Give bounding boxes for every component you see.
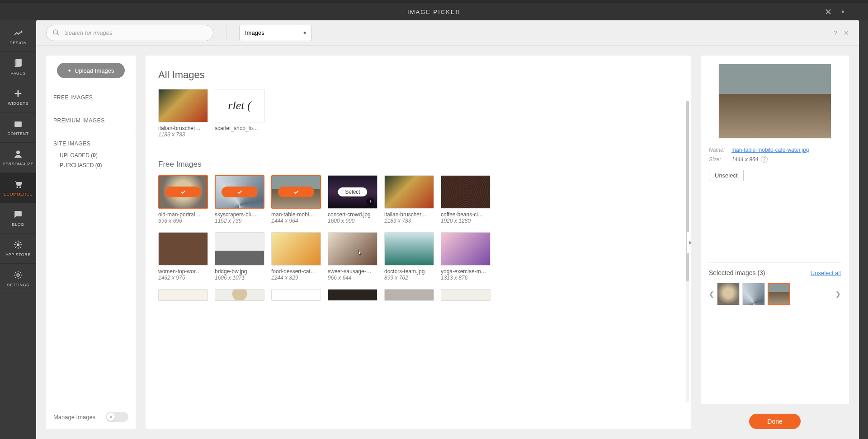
image-name: bridge-bw.jpg <box>215 268 264 275</box>
image-name: scarlet_shop_lo… <box>215 125 264 131</box>
modal-expand-icon[interactable]: ▼ <box>840 3 845 20</box>
free-images-heading: Free Images <box>158 160 678 169</box>
svg-rect-1 <box>16 59 21 66</box>
sidebar-site-images[interactable]: SITE IMAGES <box>46 132 136 150</box>
image-card: man-table-mobi…1444 x 964 <box>271 175 321 224</box>
image-card <box>384 289 434 301</box>
image-thumb[interactable] <box>158 289 208 301</box>
image-dimensions: 1606 x 1071 <box>215 275 264 281</box>
image-name: italian-bruschet… <box>384 211 434 218</box>
done-button[interactable]: Done <box>749 414 800 429</box>
sidebar-uploaded[interactable]: UPLOADED (0) <box>46 150 136 160</box>
image-thumb[interactable] <box>271 289 321 301</box>
image-thumb[interactable] <box>158 232 208 266</box>
sidebar-purchased[interactable]: PURCHASED (0) <box>46 160 136 175</box>
info-icon[interactable]: i <box>366 197 374 205</box>
gallery: ▶ All Images italian-bruschet…1183 x 783… <box>146 56 691 429</box>
image-name: sweet-sausage-… <box>328 268 377 275</box>
image-thumb[interactable] <box>158 175 208 209</box>
image-card: skyscrapers-blu…1152 x 739 <box>215 175 264 224</box>
upload-images-button[interactable]: + Upload Images <box>57 63 125 78</box>
sidebar-free-images[interactable]: FREE IMAGES <box>46 86 136 109</box>
expand-gallery-icon[interactable]: ▶ <box>687 232 691 253</box>
image-thumb[interactable] <box>328 289 377 301</box>
strip-prev-icon[interactable]: ❮ <box>709 290 714 298</box>
image-thumb[interactable] <box>215 175 264 209</box>
image-thumb[interactable] <box>271 232 321 266</box>
image-card: women-top-wor…1462 x 975 <box>158 232 208 281</box>
search-input[interactable] <box>46 25 213 41</box>
image-name: old-man-portrai… <box>158 211 208 218</box>
rail-pages[interactable]: PAGES <box>0 52 36 82</box>
rail-widgets[interactable]: WIDGETS <box>0 82 36 112</box>
image-thumb[interactable] <box>158 89 208 122</box>
select-pill[interactable]: Select <box>338 187 367 196</box>
help-icon[interactable]: ? <box>761 156 768 163</box>
topbar <box>0 0 868 3</box>
image-dimensions: 899 x 762 <box>384 275 434 281</box>
rail-settings[interactable]: SETTINGS <box>0 264 36 294</box>
help-icon[interactable]: ? <box>834 29 837 37</box>
separator <box>226 26 226 40</box>
image-thumb[interactable] <box>441 232 491 266</box>
unselect-button[interactable]: Unselect <box>709 170 744 181</box>
rail-content[interactable]: CONTENT <box>0 112 36 143</box>
selected-badge <box>278 187 314 197</box>
image-card: Selecticoncert-crowd.jpg1600 x 900 <box>328 175 377 224</box>
rail-ecommerce[interactable]: ECOMMERCE <box>0 173 36 203</box>
modal-toolbar: Images ? ✕ <box>36 20 859 46</box>
image-dimensions: 1152 x 739 <box>215 218 264 224</box>
preview-image <box>718 64 831 139</box>
preview-size: 1444 x 964 <box>731 156 758 163</box>
image-thumb[interactable] <box>271 175 321 209</box>
selected-thumb[interactable] <box>768 283 790 305</box>
image-name: yoga-exercise-m… <box>441 268 491 275</box>
selected-thumb[interactable] <box>717 283 740 305</box>
search-icon <box>52 29 60 37</box>
svg-point-5 <box>17 243 19 246</box>
divider <box>158 146 678 146</box>
image-thumb[interactable] <box>328 232 377 266</box>
image-dimensions: 1444 x 964 <box>271 218 321 224</box>
image-thumb[interactable] <box>384 175 434 209</box>
image-name: food-dessert-cat… <box>271 268 321 275</box>
modal-close-icon[interactable] <box>825 3 832 20</box>
preview-panel: Name:man-table-mobile-cafe-water.jpg Siz… <box>701 56 849 429</box>
image-name: skyscrapers-blu… <box>215 211 264 218</box>
type-filter-select[interactable]: Images <box>239 25 311 41</box>
rail-appstore[interactable]: APP STORE <box>0 234 36 264</box>
sidebar-premium-images[interactable]: PREMIUM IMAGES <box>46 109 136 132</box>
unselect-all-link[interactable]: Unselect all <box>811 270 841 276</box>
image-name: concert-crowd.jpg <box>328 211 377 218</box>
image-thumb[interactable] <box>215 289 264 301</box>
image-card <box>328 289 377 301</box>
preview-name-link[interactable]: man-table-mobile-cafe-water.jpg <box>731 147 809 153</box>
image-card: italian-bruschet…1183 x 783 <box>384 175 434 224</box>
manage-images-label: Manage Images <box>53 414 95 420</box>
all-images-heading: All Images <box>158 69 678 81</box>
image-card: doctors-team.jpg899 x 762 <box>384 232 434 281</box>
manage-images-toggle[interactable]: ✕ <box>106 412 128 422</box>
left-rail: DESIGN PAGES WIDGETS CONTENT PERSONALIZE… <box>0 22 36 439</box>
rail-personalize[interactable]: PERSONALIZE <box>0 143 36 173</box>
image-thumb[interactable] <box>384 232 434 266</box>
image-thumb[interactable]: rlet ( <box>215 89 264 122</box>
image-thumb[interactable] <box>441 289 491 301</box>
image-card <box>158 289 208 301</box>
strip-next-icon[interactable]: ❯ <box>835 290 841 298</box>
selected-images-title: Selected images (3) <box>709 269 765 276</box>
image-thumb[interactable] <box>384 289 434 301</box>
image-card: bridge-bw.jpg1606 x 1071 <box>215 232 264 281</box>
svg-point-4 <box>19 187 21 188</box>
close-icon[interactable]: ✕ <box>844 29 849 37</box>
image-name: doctors-team.jpg <box>384 268 434 275</box>
image-name: women-top-wor… <box>158 268 208 275</box>
rail-blog[interactable]: BLOG <box>0 203 36 234</box>
rail-design[interactable]: DESIGN <box>0 22 36 52</box>
image-thumb[interactable] <box>215 232 264 266</box>
image-card: sweet-sausage-…966 x 644 <box>328 232 377 281</box>
image-thumb[interactable] <box>441 175 491 209</box>
selected-badge <box>165 187 201 197</box>
image-thumb[interactable]: Selecti <box>328 175 377 209</box>
selected-thumb[interactable] <box>742 283 765 305</box>
